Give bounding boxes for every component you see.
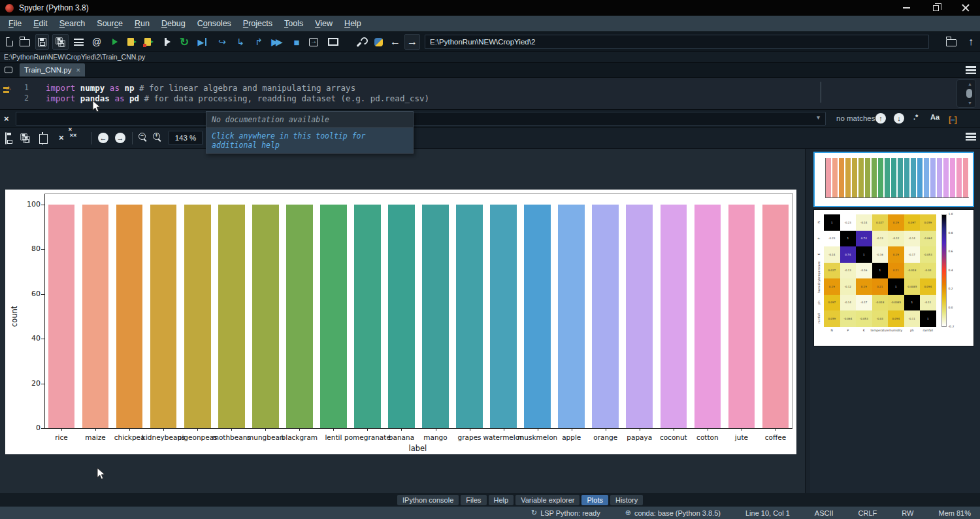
chevron-down-icon[interactable]: ▾ bbox=[817, 114, 820, 121]
code-line[interactable]: ⚠1import numpy as np # for linear algebr… bbox=[0, 82, 954, 93]
heatmap-cell: -0.14 bbox=[824, 246, 840, 263]
editor-options-icon[interactable] bbox=[966, 66, 976, 74]
back-button[interactable]: ← bbox=[389, 34, 402, 50]
pane-tab-history[interactable]: History bbox=[610, 495, 643, 505]
menu-edit[interactable]: Edit bbox=[27, 17, 54, 30]
rerun-button[interactable]: ↻ bbox=[178, 34, 191, 50]
heatmap-cell: 0.059 bbox=[920, 214, 936, 231]
new-file-button[interactable] bbox=[3, 34, 16, 50]
working-directory-input[interactable] bbox=[425, 35, 929, 49]
code-editor[interactable]: ⚠1import numpy as np # for linear algebr… bbox=[0, 78, 980, 110]
debug-file-button[interactable]: ▶ bbox=[196, 34, 209, 50]
tab-train-cnn[interactable]: Train_CNN.py × bbox=[20, 63, 85, 76]
continue-button[interactable]: ▶▶ bbox=[269, 34, 282, 50]
browse-directory-button[interactable] bbox=[945, 34, 958, 50]
heatmap-cell: 0.74 bbox=[840, 246, 857, 263]
copy-plot-button[interactable] bbox=[39, 133, 43, 144]
run-cell-button[interactable] bbox=[125, 34, 139, 50]
menu-source[interactable]: Source bbox=[91, 17, 129, 30]
plot-thumbnail-heatmap[interactable]: 1-0.23-0.140.0270.190.0970.059-0.2310.74… bbox=[813, 209, 974, 346]
restore-button[interactable] bbox=[921, 0, 951, 16]
forward-button[interactable]: → bbox=[404, 34, 420, 50]
step-into-button[interactable]: ↳ bbox=[234, 34, 247, 50]
preferences-button[interactable] bbox=[355, 34, 368, 50]
scroll-thumb[interactable] bbox=[966, 89, 972, 98]
heatmap-col-label: N bbox=[831, 329, 833, 332]
plots-options-icon[interactable] bbox=[966, 133, 976, 141]
plot-thumbnail-barchart[interactable] bbox=[813, 152, 974, 207]
symbol-finder-button[interactable]: @ bbox=[90, 34, 103, 50]
menu-debug[interactable]: Debug bbox=[155, 17, 191, 30]
search-input[interactable] bbox=[16, 112, 826, 126]
menu-search[interactable]: Search bbox=[54, 17, 91, 30]
zoom-level-input[interactable] bbox=[169, 131, 203, 145]
find-next-button[interactable]: ↓ bbox=[894, 113, 904, 124]
pane-tab-help[interactable]: Help bbox=[489, 495, 514, 505]
plots-scrollbar[interactable] bbox=[805, 149, 810, 493]
regex-toggle[interactable]: .* bbox=[913, 113, 918, 121]
maximize-pane-button[interactable] bbox=[325, 34, 338, 50]
parent-directory-button[interactable]: ↑ bbox=[964, 34, 977, 50]
scroll-down-icon[interactable]: ▼ bbox=[968, 101, 972, 105]
find-close-icon[interactable]: × bbox=[4, 114, 9, 124]
heatmap-cell: 0.21 bbox=[872, 278, 889, 295]
case-sensitive-toggle[interactable]: Aa bbox=[930, 113, 939, 121]
step-out-button[interactable]: ↱ bbox=[252, 34, 265, 50]
x-tick-label: lentil bbox=[325, 433, 342, 441]
menu-tools[interactable]: Tools bbox=[278, 17, 309, 30]
pythonpath-button[interactable] bbox=[372, 34, 385, 50]
find-previous-button[interactable]: ↑ bbox=[875, 113, 886, 124]
right-spine bbox=[792, 193, 793, 428]
browse-tabs-button[interactable] bbox=[0, 64, 17, 76]
remove-plot-button[interactable]: × bbox=[59, 133, 64, 142]
menu-consoles[interactable]: Consoles bbox=[191, 17, 237, 30]
pane-tab-files[interactable]: Files bbox=[461, 495, 486, 505]
bar-chickpea bbox=[116, 205, 143, 428]
run-file-button[interactable] bbox=[108, 34, 122, 50]
open-file-button[interactable] bbox=[18, 34, 31, 50]
close-button[interactable] bbox=[951, 0, 980, 16]
mini-bar-chickpea bbox=[839, 158, 844, 197]
scroll-up-icon[interactable]: ▲ bbox=[968, 82, 972, 86]
next-plot-button[interactable]: → bbox=[115, 133, 125, 143]
tab-close-icon[interactable]: × bbox=[76, 66, 80, 74]
run-selection-button[interactable] bbox=[161, 34, 174, 50]
step-into-icon: ↳ bbox=[237, 37, 244, 46]
menu-run[interactable]: Run bbox=[129, 17, 155, 30]
colorbar-tick-label: 0.0 bbox=[949, 306, 953, 309]
pane-tab-plots[interactable]: Plots bbox=[581, 495, 608, 505]
y-tick-label: 100 bbox=[17, 200, 41, 209]
x-tick-label: orange bbox=[593, 433, 617, 441]
pane-tab-variable-explorer[interactable]: Variable explorer bbox=[515, 495, 580, 505]
menu-view[interactable]: View bbox=[309, 17, 338, 30]
menu-bar: FileEditSearchSourceRunDebugConsolesProj… bbox=[0, 16, 980, 32]
window-title: Spyder (Python 3.8) bbox=[19, 3, 89, 12]
save-plot-button[interactable] bbox=[5, 133, 7, 144]
documentation-tooltip[interactable]: No documentation available Click anywher… bbox=[206, 111, 414, 154]
previous-plot-button[interactable]: ← bbox=[98, 133, 108, 143]
bar-mungbean bbox=[252, 205, 279, 428]
whole-words-toggle[interactable]: [–] bbox=[949, 113, 957, 125]
colorbar-tick-label: 1.0 bbox=[949, 212, 953, 216]
stop-debug-button[interactable]: ■ bbox=[290, 34, 303, 50]
heatmap-cell: -0.0085 bbox=[904, 278, 921, 295]
code-line[interactable]: 2import pandas as pd # for data processi… bbox=[0, 93, 954, 103]
step-over-button[interactable]: ↪ bbox=[216, 34, 229, 50]
file-switcher-button[interactable] bbox=[72, 34, 85, 50]
heatmap-cell: 0.19 bbox=[856, 278, 872, 295]
restart-icon: ↻ bbox=[180, 37, 189, 48]
save-all-button[interactable] bbox=[52, 34, 69, 50]
save-button[interactable] bbox=[35, 34, 49, 50]
menu-projects[interactable]: Projects bbox=[237, 17, 278, 30]
pane-tab-ipython-console[interactable]: IPython console bbox=[397, 495, 459, 505]
run-cell-advance-button[interactable] bbox=[142, 34, 155, 50]
menu-file[interactable]: File bbox=[3, 17, 27, 30]
plots-pane: 020406080100ricemaizechickpeakidneybeans… bbox=[0, 149, 980, 493]
heatmap-col-label: rainfall bbox=[923, 329, 933, 332]
bar-muskmelon bbox=[524, 205, 551, 428]
editor-scrollbar[interactable]: ▲ ▼ bbox=[956, 79, 976, 108]
new-window-button[interactable] bbox=[307, 34, 320, 50]
status-lsp-python-ready: ↻LSP Python: ready bbox=[531, 509, 600, 517]
minimize-button[interactable] bbox=[892, 0, 921, 16]
menu-help[interactable]: Help bbox=[338, 17, 367, 30]
